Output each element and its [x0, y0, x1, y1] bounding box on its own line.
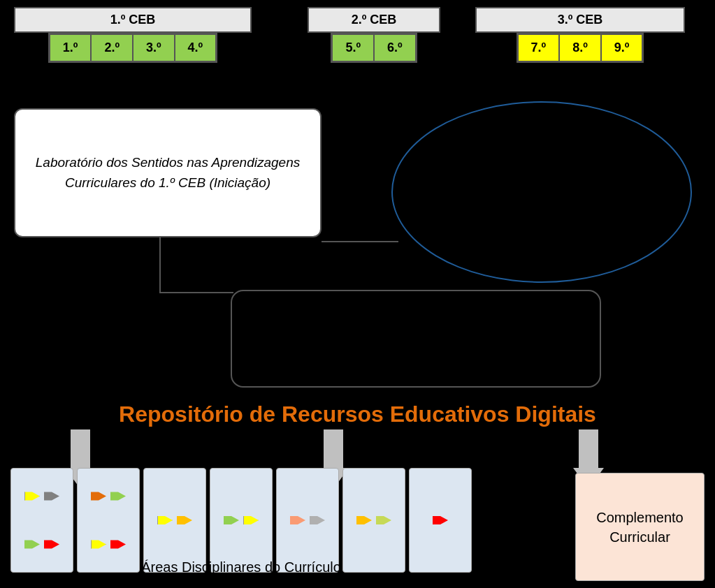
- bottom-rect: [231, 290, 601, 388]
- ceb1-section: 1.º CEB 1.º 2.º 3.º 4.º: [14, 7, 252, 63]
- ceb3-section: 3.º CEB 7.º 8.º 9.º: [475, 7, 685, 63]
- connector-h: [322, 241, 398, 242]
- icon-red-1: [44, 538, 59, 552]
- ceb1-title: 1.º CEB: [14, 7, 252, 33]
- card-4: [210, 468, 273, 573]
- icon-red-2: [110, 538, 126, 552]
- icon-orange-1: [91, 490, 106, 504]
- grade-6: 6.º: [374, 34, 416, 61]
- lab-box: Laboratório dos Sentidos nas Aprendizage…: [14, 108, 322, 237]
- icon-orange-light-2: [356, 513, 372, 527]
- icon-orange-light-1: [177, 513, 192, 527]
- card-6: [342, 468, 405, 573]
- card-7: [409, 468, 472, 573]
- ceb3-title: 3.º CEB: [475, 7, 685, 33]
- arrow-shaft-2: [324, 429, 343, 468]
- grade-7: 7.º: [518, 34, 560, 61]
- ceb1-grades: 1.º 2.º 3.º 4.º: [48, 33, 217, 63]
- grade-9: 9.º: [601, 34, 643, 61]
- icon-yellow-3: [157, 513, 173, 527]
- card-3: [143, 468, 206, 573]
- grade-5: 5.º: [332, 34, 374, 61]
- icon-red-3: [433, 513, 448, 527]
- main-container: 1.º CEB 1.º 2.º 3.º 4.º 2.º CEB 5.º 6.º …: [0, 0, 715, 588]
- complemento-card: ComplementoCurricular: [575, 473, 705, 581]
- icon-green-3: [224, 513, 239, 527]
- ceb2-grades: 5.º 6.º: [331, 33, 417, 63]
- connector-h2: [159, 292, 233, 293]
- card-5: [276, 468, 339, 573]
- icon-green-2: [110, 490, 126, 504]
- grade-8: 8.º: [559, 34, 601, 61]
- icon-salmon-1: [290, 513, 305, 527]
- icon-yellow-1: [24, 490, 40, 504]
- ceb2-title: 2.º CEB: [308, 7, 440, 33]
- ceb3-grades: 7.º 8.º 9.º: [517, 33, 644, 63]
- connector-v: [159, 237, 161, 293]
- grade-2: 2.º: [91, 34, 133, 61]
- bottom-label: Áreas Disciplinares do Currículo: [10, 559, 472, 575]
- icon-green-1: [24, 538, 40, 552]
- icon-lightgray-1: [310, 513, 325, 527]
- lab-text: Laboratório dos Sentidos nas Aprendizage…: [29, 153, 306, 193]
- grade-4: 4.º: [175, 34, 217, 61]
- icon-yellow-4: [243, 513, 259, 527]
- grade-3: 3.º: [133, 34, 175, 61]
- icon-gray-1: [44, 490, 59, 504]
- ellipse: [391, 101, 692, 283]
- icon-yellow-2: [91, 538, 106, 552]
- cards-row: [10, 468, 472, 573]
- grade-1: 1.º: [50, 34, 92, 61]
- arrow-shaft-3: [579, 429, 598, 468]
- repo-title: Repositório de Recursos Educativos Digit…: [14, 402, 701, 427]
- arrow-shaft-1: [71, 429, 90, 468]
- complemento-text: ComplementoCurricular: [596, 508, 684, 547]
- ceb2-section: 2.º CEB 5.º 6.º: [308, 7, 440, 63]
- card-1: [10, 468, 73, 573]
- icon-lime-1: [376, 513, 391, 527]
- card-2: [77, 468, 140, 573]
